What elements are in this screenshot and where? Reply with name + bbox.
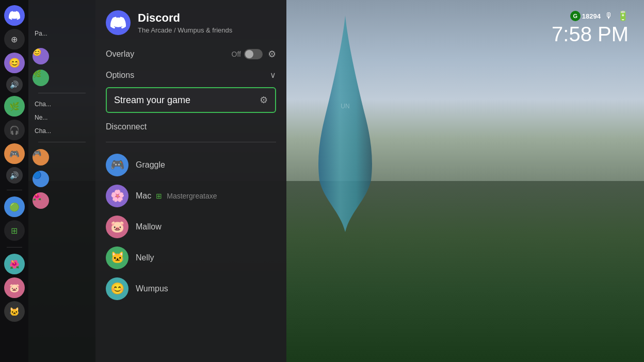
stream-game-label: Stream your game [114, 95, 190, 106]
options-row[interactable]: Options ∨ [106, 65, 276, 85]
battery-icon: 🔋 [617, 10, 629, 22]
stream-game-button[interactable]: Stream your game ⚙ [106, 87, 276, 113]
chevron-down-icon: ∨ [270, 70, 276, 80]
sidebar-volume-icon-2[interactable]: 🔊 [6, 167, 23, 184]
sidebar-avatar-2[interactable]: 🌿 [4, 96, 25, 117]
list-item[interactable]: 🐷 Mallow [106, 212, 276, 241]
svg-text:UN: UN [341, 103, 349, 110]
panel-body: Overlay Off ⚙ Options ∨ Stream your game… [95, 43, 286, 362]
top-right-hud: G 18294 🎙 🔋 7:58 PM [552, 10, 629, 44]
bg-tower: UN [309, 15, 381, 232]
status-icons: G 18294 🎙 🔋 [570, 10, 629, 22]
sidebar-label-cha: Cha... [33, 98, 91, 110]
sidebar-label-pa: Pa... [33, 28, 91, 39]
discord-panel: Discord The Arcade / Wumpus & friends Ov… [95, 0, 286, 362]
list-item[interactable]: 🐱 Nelly [106, 243, 276, 272]
panel-divider [106, 142, 276, 142]
overlay-row: Overlay Off ⚙ [106, 43, 276, 65]
overlay-toggle-state: Off [232, 50, 241, 58]
sidebar-avatar[interactable]: 😊 [4, 53, 25, 73]
user-name-graggle: Graggle [136, 160, 165, 170]
list-item[interactable]: 😊 Wumpus [106, 274, 276, 303]
options-label: Options [106, 71, 134, 80]
xbox-icon: ⊞ [154, 191, 164, 201]
user-avatar-wumpus: 😊 [106, 277, 128, 300]
sidebar-game-icon[interactable]: ⊕ [4, 29, 25, 50]
user-name-block-mac: Mac ⊞ Mastergreataxe [136, 191, 217, 201]
mic-icon: 🎙 [605, 11, 613, 21]
sidebar-row-4: 🔵 [33, 169, 91, 189]
sidebar-row-1: 😊 [33, 46, 91, 66]
disconnect-button[interactable]: Disconnect [106, 118, 276, 140]
user-name-nelly: Nelly [136, 253, 154, 262]
user-gamertag-mac: Mastergreataxe [167, 192, 217, 200]
sidebar-avatar-3[interactable]: 🎮 [4, 143, 25, 164]
stream-gear-icon[interactable]: ⚙ [260, 94, 268, 106]
user-avatar-mallow: 🐷 [106, 216, 128, 238]
list-item[interactable]: 🎮 Graggle [106, 151, 276, 179]
sidebar-volume-icon[interactable]: 🔊 [6, 76, 23, 93]
disconnect-label: Disconnect [106, 122, 147, 131]
overlay-controls: Off ⚙ [232, 48, 276, 60]
discord-header: Discord The Arcade / Wumpus & friends [95, 0, 286, 43]
user-avatar-graggle: 🎮 [106, 154, 128, 176]
clock-display: 7:58 PM [552, 24, 629, 44]
overlay-label: Overlay [106, 50, 134, 59]
sidebar-label-cha2: Cha... [33, 125, 91, 137]
sidebar-label-ne: Ne... [33, 112, 91, 123]
user-list: 🎮 Graggle 🌸 Mac ⊞ Mastergreataxe 🐷 Mallo… [106, 151, 276, 303]
sidebar-avatar-4[interactable]: 🟢 [4, 196, 25, 217]
sidebar-avatar-7[interactable]: 🐱 [4, 301, 25, 322]
sidebar-row-2: 🌿 [33, 68, 91, 88]
sidebar-avatar-5[interactable]: 🌺 [4, 254, 25, 274]
discord-subtitle: The Arcade / Wumpus & friends [138, 26, 232, 34]
sidebar-discord-icon[interactable] [4, 5, 25, 26]
toggle-thumb [245, 50, 253, 58]
sidebar-row-5: 🌺 [33, 191, 91, 210]
user-avatar-mac: 🌸 [106, 185, 128, 207]
g-circle-icon: G [570, 11, 581, 21]
sidebar-row-3: 🎮 [33, 147, 91, 167]
sidebar: ⊕ 😊 🔊 🌿 🎧 🎮 🔊 🟢 ⊞ 🌺 🐷 🐱 Pa... 😊 🌿 [0, 0, 95, 362]
discord-title-block: Discord The Arcade / Wumpus & friends [138, 11, 232, 34]
sidebar-icon-5[interactable]: ⊞ [4, 220, 25, 241]
discord-logo [106, 10, 131, 35]
user-name-mac: Mac [136, 191, 151, 201]
overlay-toggle[interactable]: Off [232, 49, 263, 59]
list-item[interactable]: 🌸 Mac ⊞ Mastergreataxe [106, 182, 276, 210]
sidebar-avatar-6[interactable]: 🐷 [4, 277, 25, 298]
discord-app-name: Discord [138, 11, 232, 25]
sidebar-icons-column: ⊕ 😊 🔊 🌿 🎧 🎮 🔊 🟢 ⊞ 🌺 🐷 🐱 [0, 0, 28, 362]
user-avatar-nelly: 🐱 [106, 246, 128, 269]
sidebar-headset-icon[interactable]: 🎧 [4, 120, 25, 140]
user-name-mallow: Mallow [136, 222, 162, 232]
sidebar-labels-column: Pa... 😊 🌿 Cha... Ne... Cha... 🎮 🔵 🌺 [28, 0, 95, 362]
gscore-value: 18294 [582, 12, 601, 20]
toggle-track[interactable] [244, 49, 263, 59]
gscore-badge: G 18294 [570, 11, 601, 21]
user-name-wumpus: Wumpus [136, 284, 168, 293]
overlay-gear-icon[interactable]: ⚙ [268, 48, 276, 60]
mac-name-row: Mac ⊞ Mastergreataxe [136, 191, 217, 201]
